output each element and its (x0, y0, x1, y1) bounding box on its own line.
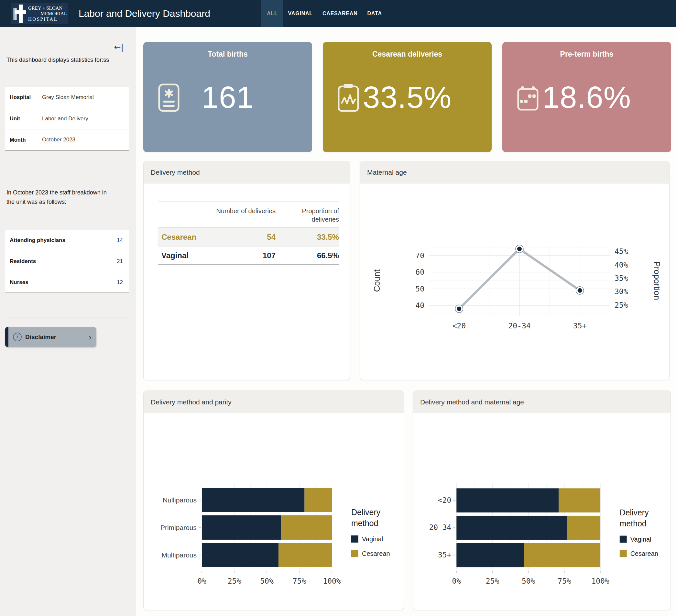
panel-title: Maternal age (360, 161, 669, 183)
column-header: Proportion of deliveries (276, 207, 339, 224)
svg-text:<20: <20 (438, 496, 451, 504)
tab-caesarean[interactable]: CAESAREAN (318, 0, 362, 27)
table-row: Nurses 12 (5, 272, 129, 293)
svg-text:40%: 40% (615, 261, 628, 269)
tab-all[interactable]: ALL (261, 0, 283, 27)
staff-label: Residents (10, 258, 117, 265)
column-header: Number of deliveries (212, 207, 276, 224)
panel-title: Delivery method and parity (144, 391, 404, 413)
main-content: Total births 161 Cesarean deliveries 33.… (136, 27, 676, 616)
svg-text:30%: 30% (615, 287, 628, 296)
maternal-age-chart: 4050607025%30%35%40%45%<2020-3435+CountP… (361, 184, 668, 380)
panel-delivery-method-parity: Delivery method and parity NulliparousPr… (143, 391, 404, 610)
staff-intro-text: In October 2023 the staff breakdown in t… (6, 188, 113, 207)
svg-text:method: method (620, 519, 646, 528)
info-label: Hospital (10, 94, 42, 100)
row-label: Cesarean (158, 233, 212, 242)
page-title: Labor and Delivery Dashboard (78, 0, 210, 27)
svg-text:Delivery: Delivery (620, 508, 649, 517)
kpi-value: 18.6% (502, 74, 671, 120)
svg-text:<20: <20 (452, 322, 466, 330)
svg-text:Primiparous: Primiparous (160, 524, 196, 531)
row-label: Vaginal (158, 251, 212, 260)
svg-text:method: method (351, 519, 378, 528)
info-value: Labor and Delivery (42, 115, 88, 122)
info-label: Month (10, 137, 42, 143)
table-row: Cesarean 54 33.5% (158, 228, 339, 246)
staff-table: Attending physicians 14 Residents 21 Nur… (5, 230, 129, 293)
hospital-info-table: Hospital Grey Sloan Memorial Unit Labor … (5, 87, 129, 151)
svg-text:50: 50 (415, 285, 425, 293)
disclaimer-button[interactable]: i Disclaimer › (5, 327, 96, 347)
info-icon: i (13, 333, 22, 341)
svg-text:75%: 75% (558, 577, 571, 585)
panel-title: Delivery method (144, 161, 350, 183)
kpi-title: Total births (143, 50, 312, 59)
svg-text:35+: 35+ (573, 322, 587, 330)
header: GREY + SLOAN MEMORIAL HOSPITAL Labor and… (0, 0, 676, 27)
kpi-title: Cesarean deliveries (323, 50, 492, 59)
panel-maternal-age: Maternal age 4050607025%30%35%40%45%<202… (360, 161, 670, 380)
logo-line: HOSPITAL (28, 16, 67, 22)
svg-text:Proportion: Proportion (652, 262, 662, 300)
sidebar-intro-text: This dashboard displays statistics for:s… (6, 55, 126, 65)
svg-text:40: 40 (415, 301, 425, 310)
nav-tabs: ALL VAGINAL CAESAREAN DATA (261, 0, 387, 27)
parity-stacked-bar-chart: NulliparousPrimiparousMultiparous0%25%50… (144, 413, 402, 610)
svg-text:50%: 50% (522, 577, 535, 585)
svg-text:25%: 25% (615, 301, 628, 309)
sidebar: ←| This dashboard displays statistics fo… (0, 27, 136, 616)
svg-text:45%: 45% (615, 247, 628, 256)
svg-text:Multiparous: Multiparous (161, 551, 196, 559)
table-row: Vaginal 107 66.5% (158, 246, 339, 265)
svg-text:0%: 0% (452, 577, 461, 585)
svg-text:100%: 100% (592, 577, 609, 585)
svg-text:Count: Count (372, 269, 382, 292)
row-number: 107 (212, 251, 276, 260)
svg-text:25%: 25% (486, 577, 499, 585)
kpi-title: Pre-term births (502, 50, 671, 59)
svg-text:100%: 100% (323, 577, 341, 585)
hospital-logo-text: GREY + SLOAN MEMORIAL HOSPITAL (28, 5, 67, 22)
logo-line: MEMORIAL (28, 11, 67, 16)
svg-text:Vaginal: Vaginal (630, 536, 652, 543)
svg-text:35%: 35% (615, 274, 628, 282)
info-label: Unit (10, 115, 42, 122)
kpi-card-preterm-births: Pre-term births 18.6% (502, 42, 671, 152)
svg-text:75%: 75% (293, 577, 306, 585)
panel-body: 4050607025%30%35%40%45%<2020-3435+CountP… (360, 184, 669, 380)
svg-text:70: 70 (415, 251, 425, 260)
svg-text:60: 60 (415, 268, 425, 276)
staff-count: 14 (117, 237, 123, 244)
kpi-value: 33.5% (323, 74, 492, 120)
svg-text:0%: 0% (197, 577, 206, 585)
panel-body: <2020-3435+0%25%50%75%100%Deliverymethod… (413, 413, 671, 610)
svg-text:20-34: 20-34 (429, 523, 452, 531)
panel-body: NulliparousPrimiparousMultiparous0%25%50… (144, 413, 404, 610)
panel-delivery-method-maternal-age: <2020-3435+0%25%50%75%100%Deliverymethod… (413, 391, 671, 610)
tab-vaginal[interactable]: VAGINAL (283, 0, 318, 27)
panel-body: Number of deliveries Proportion of deliv… (144, 184, 350, 380)
delivery-method-table: Number of deliveries Proportion of deliv… (158, 202, 339, 265)
hospital-cross-icon (13, 4, 27, 23)
staff-label: Attending physicians (10, 237, 117, 244)
svg-text:Vaginal: Vaginal (362, 536, 383, 543)
chevron-right-icon: › (89, 333, 92, 341)
kpi-card-total-births: Total births 161 (143, 42, 312, 152)
sidebar-collapse-icon[interactable]: ←| (114, 42, 123, 52)
row-number: 54 (212, 233, 276, 242)
svg-text:20-34: 20-34 (508, 322, 530, 330)
svg-text:Cesarean: Cesarean (362, 550, 390, 557)
logo-line: GREY + SLOAN (28, 5, 67, 11)
table-row: Attending physicians 14 (5, 230, 129, 251)
row-proportion: 66.5% (276, 251, 339, 260)
svg-text:Nulliparous: Nulliparous (163, 496, 196, 504)
table-row: Unit Labor and Delivery (5, 108, 129, 129)
divider (6, 317, 129, 317)
tab-data[interactable]: DATA (362, 0, 387, 27)
table-row: Hospital Grey Sloan Memorial (5, 87, 129, 108)
panel-title: Delivery method and maternal age (413, 391, 671, 413)
svg-text:50%: 50% (260, 577, 274, 585)
row-proportion: 33.5% (276, 233, 339, 242)
svg-text:25%: 25% (228, 577, 241, 585)
